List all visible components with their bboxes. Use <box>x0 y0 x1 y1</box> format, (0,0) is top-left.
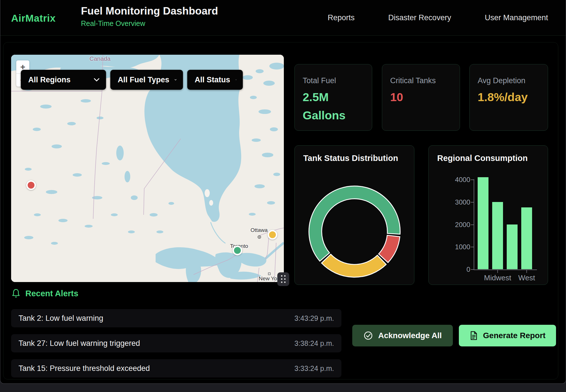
stat-card-total-fuel: Total Fuel 2.5M Gallons <box>294 64 372 131</box>
filter-regions-dropdown[interactable]: All Regions <box>21 70 106 90</box>
map-city-label: Ottawa <box>251 227 268 233</box>
chart-title: Tank Status Distribution <box>303 154 398 163</box>
alert-row[interactable]: Tank 27: Low fuel warning triggered 3:38… <box>11 334 341 352</box>
page-subtitle: Real-Time Overview <box>81 19 218 28</box>
y-axis-tick-label: 3000 <box>439 198 470 206</box>
alert-text: Tank 15: Pressure threshold exceeded <box>19 364 150 373</box>
donut-segment-critical <box>379 235 400 263</box>
alert-timestamp: 3:33:24 p.m. <box>294 364 334 373</box>
y-axis-tick-label: 0 <box>439 266 470 273</box>
map-city-marker-icon <box>258 235 261 239</box>
brand-logo[interactable]: AirMatrix <box>11 13 56 24</box>
bar-region-2 <box>492 202 503 269</box>
app-window: AirMatrix Fuel Monitoring Dashboard Real… <box>0 0 566 384</box>
alert-text: Tank 27: Low fuel warning triggered <box>19 339 140 348</box>
alert-text: Tank 2: Low fuel warning <box>19 314 103 323</box>
bell-icon <box>11 288 21 299</box>
stat-value: 10 <box>390 88 451 107</box>
x-axis-tick-label: West <box>518 273 535 282</box>
map-panel[interactable]: Canada OttawaTorontoNew York + − All Reg… <box>11 55 284 282</box>
tank-status-donut-chart[interactable] <box>306 183 403 280</box>
nav-item-disaster-recovery[interactable]: Disaster Recovery <box>388 13 451 22</box>
nav-item-user-management[interactable]: User Management <box>485 13 548 22</box>
stat-label: Avg Depletion <box>478 76 526 85</box>
alert-timestamp: 3:38:24 p.m. <box>294 339 334 348</box>
chevron-down-icon <box>174 78 177 82</box>
stat-card-critical-tanks: Critical Tanks 10 <box>382 64 460 131</box>
filter-status-dropdown[interactable]: All Status <box>187 70 243 90</box>
map-resize-handle[interactable] <box>277 272 289 286</box>
map-city-marker-icon <box>268 273 271 275</box>
alert-row[interactable]: Tank 2: Low fuel warning 3:43:29 p.m. <box>11 309 341 327</box>
tank-marker-critical[interactable] <box>26 180 36 190</box>
y-axis-tick-label: 1000 <box>439 243 470 251</box>
generate-report-button[interactable]: Generate Report <box>459 325 556 346</box>
alerts-header: Recent Alerts <box>11 288 78 299</box>
bar-region-3 <box>507 224 518 270</box>
document-icon <box>469 331 478 340</box>
y-axis-tick-label: 2000 <box>439 221 470 229</box>
nav-item-reports[interactable]: Reports <box>328 13 355 22</box>
y-axis-line <box>474 179 474 270</box>
stat-value: 1.8%/day <box>478 88 539 107</box>
map-label-country: Canada <box>89 55 111 62</box>
stat-card-avg-depletion: Avg Depletion 1.8%/day <box>469 64 548 131</box>
filter-fuel-types-dropdown[interactable]: All Fuel Types <box>110 70 183 90</box>
tank-marker-warning[interactable] <box>268 230 277 240</box>
x-axis-line <box>474 270 537 270</box>
alerts-title: Recent Alerts <box>25 289 78 298</box>
main-nav: Reports Disaster Recovery User Managemen… <box>328 0 548 36</box>
bar-chart-card: Regional Consumption 01000200030004000Mi… <box>428 145 548 285</box>
title-block: Fuel Monitoring Dashboard Real-Time Over… <box>81 5 218 28</box>
tank-marker-normal[interactable] <box>233 246 242 255</box>
screen: AirMatrix Fuel Monitoring Dashboard Real… <box>0 0 566 392</box>
grip-dots-icon <box>281 275 286 283</box>
alert-row[interactable]: Tank 15: Pressure threshold exceeded 3:3… <box>11 359 341 377</box>
x-axis-tick-label: Midwest <box>484 273 511 282</box>
stat-label: Critical Tanks <box>390 76 436 85</box>
bar-region-1 <box>478 177 488 269</box>
donut-chart-card: Tank Status Distribution <box>294 145 414 285</box>
stat-value: 2.5M Gallons <box>303 88 364 124</box>
bar-region-4 <box>521 207 532 269</box>
donut-segment-warning <box>321 254 386 277</box>
page-title: Fuel Monitoring Dashboard <box>81 5 218 17</box>
acknowledge-all-button[interactable]: Acknowledge All <box>352 325 453 346</box>
x-axis-tick-mark <box>497 270 498 273</box>
x-axis-tick-mark <box>526 270 527 273</box>
regional-consumption-bar-chart[interactable]: 01000200030004000MidwestWest <box>429 146 548 285</box>
header: AirMatrix Fuel Monitoring Dashboard Real… <box>0 0 566 36</box>
alert-timestamp: 3:43:29 p.m. <box>294 314 334 322</box>
check-circle-icon <box>363 331 373 340</box>
y-axis-tick-label: 4000 <box>439 176 470 184</box>
chevron-down-icon <box>235 78 237 82</box>
stat-label: Total Fuel <box>303 76 336 85</box>
chevron-down-icon <box>93 78 100 82</box>
